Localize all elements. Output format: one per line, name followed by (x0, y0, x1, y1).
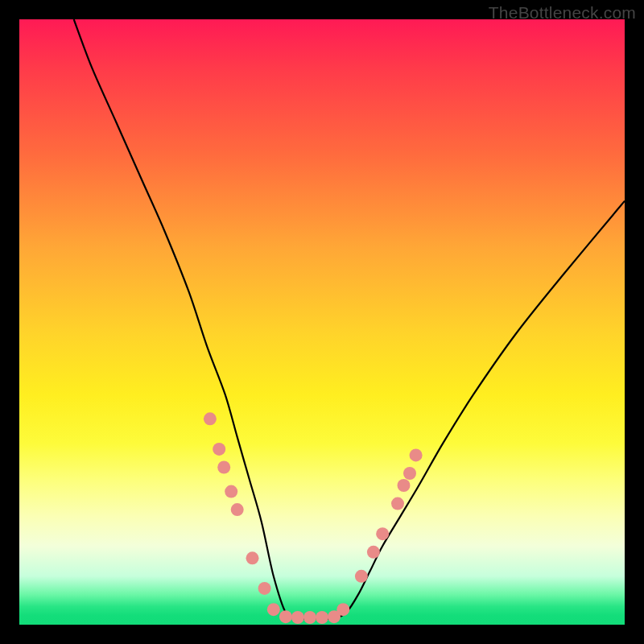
outer-frame: TheBottleneck.com (0, 0, 644, 644)
curve-marker (279, 610, 292, 623)
curve-marker (403, 467, 416, 480)
curve-marker (316, 611, 328, 624)
curve-marker (303, 611, 316, 624)
curve-markers (204, 412, 423, 624)
curve-marker (204, 412, 217, 425)
curve-marker (225, 485, 237, 498)
plot-area (19, 19, 625, 625)
curve-marker (246, 551, 259, 564)
watermark-text: TheBottleneck.com (489, 3, 636, 23)
curve-marker (267, 603, 280, 616)
curve-marker (376, 527, 389, 540)
curve-marker (231, 503, 244, 516)
curve-marker (355, 570, 368, 583)
curve-marker (291, 611, 304, 624)
curve-marker (336, 603, 349, 616)
curve-marker (398, 479, 411, 492)
curve-marker (410, 448, 423, 461)
curve-marker (258, 582, 271, 595)
curve-marker (213, 443, 225, 456)
curve-marker (391, 497, 404, 510)
curve-marker (367, 546, 380, 559)
curve-layer (19, 19, 625, 625)
curve-marker (217, 461, 230, 474)
bottleneck-curve (74, 19, 625, 619)
